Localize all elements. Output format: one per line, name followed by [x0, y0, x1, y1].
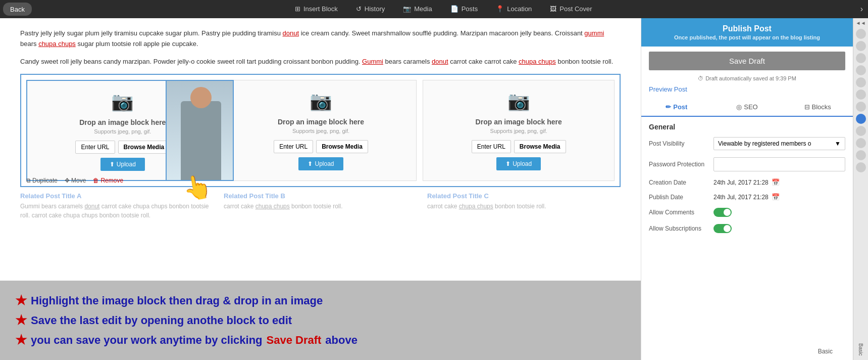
publish-date-calendar-icon[interactable]: 📅 [772, 193, 780, 201]
tab-seo[interactable]: ◎ SEO [712, 98, 783, 116]
enter-url-button-b[interactable]: Enter URL [274, 140, 313, 153]
field-row-password: Password Protection [649, 157, 845, 171]
field-row-allow-comments: Allow Comments [649, 208, 845, 217]
duplicate-icon: ⧉ [26, 177, 31, 184]
tooltip-star-1: ★ [15, 291, 27, 310]
right-strip: ◄◄ Basic [853, 18, 868, 360]
drop-text-c: Drop an image block here [476, 118, 562, 126]
post-visibility-value: Viewable by registered members o [718, 140, 811, 147]
password-input[interactable] [713, 157, 845, 171]
enter-url-button-a[interactable]: Enter URL [75, 141, 115, 154]
upload-button-a[interactable]: ⬆ Upload [100, 158, 145, 171]
related-posts-row: Related Post Title A Gummi bears caramel… [20, 192, 621, 220]
support-text-c: Supports jpeg, png, gif. [490, 128, 547, 134]
strip-btn-blue[interactable] [856, 114, 866, 124]
tab-blocks[interactable]: ⊟ Blocks [782, 98, 853, 116]
allow-subscriptions-toggle[interactable] [713, 224, 732, 233]
strip-btn-2[interactable] [856, 41, 866, 51]
publish-button[interactable]: Publish Post Once published, the post wi… [641, 18, 853, 47]
nav-item-posts-label: Posts [462, 5, 478, 13]
save-draft-button[interactable]: Save Draft [649, 52, 845, 70]
tooltip-text-3-suffix: above [325, 332, 358, 348]
field-row-creation-date: Creation Date 24th Jul, 2017 21:28 📅 [649, 178, 845, 186]
related-post-c-text: carrot cake chupa chups bonbon tootsie r… [427, 202, 621, 211]
creation-date-value: 24th Jul, 2017 21:28 📅 [713, 178, 780, 186]
browse-media-button-b[interactable]: Browse Media [316, 140, 368, 153]
browse-media-button-c[interactable]: Browse Media [514, 140, 566, 153]
drag-image-overlay [166, 80, 234, 181]
nav-item-media-label: Media [414, 5, 432, 13]
clock-icon: ⏱ [698, 75, 703, 81]
creation-date-calendar-icon[interactable]: 📅 [772, 178, 780, 186]
upload-icon-b: ⬆ [308, 160, 313, 167]
image-block-b: 📷 Drop an image block here Supports jpeg… [225, 80, 417, 181]
related-post-b-title: Related Post Title B [224, 192, 417, 200]
related-post-b: Related Post Title B carrot cake chupa c… [224, 192, 417, 220]
chevron-down-icon: ▼ [835, 140, 841, 147]
person-body [181, 101, 221, 181]
nav-items: ⊞ Insert Block ↺ History 📷 Media 📄 Posts… [32, 0, 855, 18]
tab-blocks-label: Blocks [812, 103, 831, 111]
strip-btn-1[interactable] [856, 29, 866, 39]
nav-item-post-cover[interactable]: 🖼 Post Cover [541, 0, 601, 18]
move-label: Move [71, 177, 86, 184]
upload-button-b[interactable]: ⬆ Upload [298, 157, 343, 170]
strip-btn-10[interactable] [856, 150, 866, 160]
strip-btn-11[interactable] [856, 162, 866, 172]
related-post-b-text: carrot cake chupa chups bonbon tootsie r… [224, 202, 417, 211]
field-row-post-visibility: Post Visibility Viewable by registered m… [649, 137, 845, 150]
nav-item-post-cover-label: Post Cover [559, 5, 592, 13]
strip-btn-6[interactable] [856, 89, 866, 100]
strip-btn-4[interactable] [856, 65, 866, 75]
creation-date-text: 24th Jul, 2017 21:28 [713, 179, 769, 186]
upload-icon-c: ⬆ [505, 160, 510, 167]
tab-post-label: Post [673, 103, 687, 111]
nav-item-history[interactable]: ↺ History [347, 0, 394, 18]
nav-item-location[interactable]: 📍 Location [487, 0, 541, 18]
browse-media-button-a[interactable]: Browse Media [118, 141, 170, 154]
tooltip-line-1: ★ Highlight the image block then drag & … [15, 291, 626, 310]
tooltip-star-2: ★ [15, 310, 27, 330]
allow-subscriptions-label: Allow Subscriptions [649, 225, 709, 232]
duplicate-label: Duplicate [32, 177, 58, 184]
nav-item-insert-block[interactable]: ⊞ Insert Block [286, 0, 347, 18]
strip-btn-5[interactable] [856, 77, 866, 87]
sidebar-content: General Post Visibility Viewable by regi… [641, 123, 853, 240]
collapse-panel-button[interactable]: ◄◄ [856, 20, 866, 26]
publish-date-label: Publish Date [649, 194, 709, 201]
tooltip-text-2: Save the last edit by opening anothe blo… [31, 312, 292, 329]
remove-action[interactable]: 🗑 Remove [93, 177, 123, 184]
nav-item-posts[interactable]: 📄 Posts [441, 0, 487, 18]
allow-comments-toggle[interactable] [713, 208, 732, 217]
related-post-a-title: Related Post Title A [20, 192, 214, 200]
preview-link[interactable]: Preview Post [641, 85, 853, 93]
strip-btn-9[interactable] [856, 138, 866, 148]
tab-seo-label: SEO [744, 103, 757, 111]
top-navigation: Back ⊞ Insert Block ↺ History 📷 Media 📄 … [0, 0, 868, 18]
camera-icon-b: 📷 [310, 91, 332, 112]
duplicate-action[interactable]: ⧉ Duplicate [26, 177, 58, 184]
camera-icon-a: 📷 [111, 91, 134, 112]
move-icon: ✥ [65, 177, 70, 184]
nav-more-button[interactable]: › [855, 5, 868, 14]
remove-icon: 🗑 [93, 177, 99, 184]
media-icon: 📷 [403, 5, 411, 13]
strip-btn-8[interactable] [856, 126, 866, 136]
tooltip-line-3: ★ you can save your work anytime by clic… [15, 330, 626, 350]
move-action[interactable]: ✥ Move [65, 177, 86, 184]
strip-btn-7[interactable] [856, 102, 866, 112]
post-cover-icon: 🖼 [550, 5, 556, 13]
body-paragraph-1: Pastry jelly jelly sugar plum jelly tira… [20, 28, 621, 50]
field-row-publish-date: Publish Date 24th Jul, 2017 21:28 📅 [649, 193, 845, 201]
nav-item-media[interactable]: 📷 Media [394, 0, 441, 18]
tab-post[interactable]: ✏ Post [641, 98, 712, 117]
seo-tab-icon: ◎ [736, 103, 742, 111]
strip-btn-3[interactable] [856, 53, 866, 63]
enter-url-button-c[interactable]: Enter URL [472, 140, 511, 153]
history-icon: ↺ [356, 5, 362, 13]
back-button[interactable]: Back [3, 3, 32, 16]
post-visibility-select[interactable]: Viewable by registered members o ▼ [713, 137, 845, 150]
upload-button-c[interactable]: ⬆ Upload [496, 157, 541, 170]
publish-date-text: 24th Jul, 2017 21:28 [713, 194, 769, 201]
basic-label: Basic [818, 348, 833, 355]
